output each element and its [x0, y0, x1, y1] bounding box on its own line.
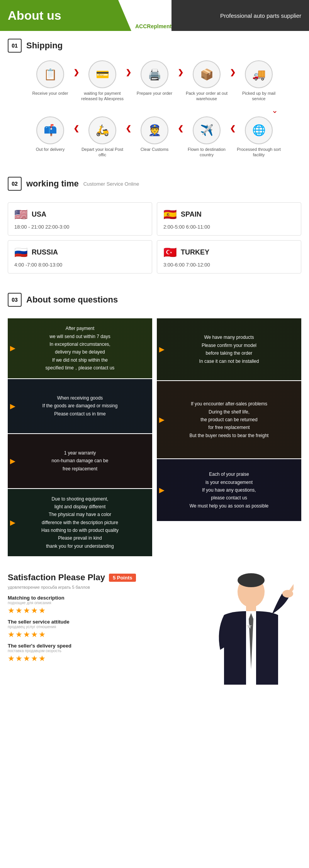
ship-label-5: Out for delivery	[36, 147, 65, 152]
rating-label-2: The seller service attitude	[8, 619, 193, 625]
ship-item-7: 👮 Clear Customs	[131, 116, 178, 152]
ship-icon-6: 🛵	[88, 116, 116, 144]
ship-label-6: Depart your local Post offic	[79, 147, 126, 158]
ship-item-4: 🚚 Picked up by mail service	[236, 60, 282, 102]
russia-time: 4:00 -7:00 8:00-13:00	[14, 262, 146, 268]
questions-header: 03 About some questions	[0, 285, 309, 311]
svg-point-1	[238, 573, 265, 587]
ship-item-3: 📦 Pack your order at out warehouse	[183, 60, 230, 102]
country-card-spain: 🇪🇸 SPAIN 2:00-5:00 6:00-11:00	[157, 202, 301, 236]
ship-label-1: waiting for payment released by Aliexpre…	[79, 91, 126, 102]
header: About us ACCReplment Professional auto p…	[0, 0, 309, 31]
ship-arrow-5: ❮	[126, 116, 131, 133]
shipping-content: 📋 Receive your order ❯ 💳 waiting for pay…	[0, 56, 309, 169]
turkey-flag: 🇹🇷	[163, 246, 177, 259]
satisfaction-right: ★	[201, 572, 301, 697]
ship-icon-0: 📋	[36, 60, 64, 88]
satisfaction-title: Satisfaction Please Play	[8, 572, 105, 583]
turkey-time: 3:00-6:00 7:00-12:00	[163, 262, 295, 268]
q-text-r2: If you encounter after-sales problemsDur…	[190, 400, 269, 439]
q-text-r1: We have many productsPlease confirm your…	[199, 333, 259, 365]
usa-name-row: 🇺🇸 USA	[14, 208, 146, 221]
rating-stars-1: ★★★★★	[8, 606, 193, 615]
svg-line-6	[290, 584, 294, 591]
spain-name: SPAIN	[181, 210, 202, 219]
ship-icon-8: ✈️	[193, 116, 221, 144]
q-block-r2: ▶ If you encounter after-sales problemsD…	[157, 381, 301, 458]
working-content: 🇺🇸 USA 18:00 - 21:00 22:00-3:00 🇪🇸 SPAIN…	[0, 195, 309, 285]
ship-icon-7: 👮	[141, 116, 168, 144]
ship-arrow-6: ❮	[178, 116, 183, 133]
working-header: 02 working time Customer Service Online	[0, 169, 309, 195]
svg-text:★: ★	[246, 622, 252, 630]
questions-grid: ▶ After paymentwe will send out within 7…	[8, 318, 301, 557]
russia-name-row: 🇷🇺 RUSSIA	[14, 246, 146, 259]
q-arrow-l2: ▶	[10, 402, 15, 410]
rating-sublabel-1: подхощие для описания	[8, 601, 193, 605]
ship-label-3: Pack your order at out warehouse	[183, 91, 230, 102]
satisfaction-title-row: Satisfaction Please Play 5 Points	[8, 572, 193, 583]
ship-icon-5: 📫	[36, 116, 64, 144]
rating-label-3: The seller's delivery speed	[8, 643, 193, 649]
header-about: About us	[0, 0, 131, 31]
questions-num: 03	[8, 293, 22, 307]
ship-label-2: Prepare your order	[137, 91, 172, 96]
q-block-r3: ▶ Each of your praiseis your encourageme…	[157, 459, 301, 521]
ship-icon-1: 💳	[88, 60, 116, 88]
ship-label-0: Receive your order	[32, 91, 68, 96]
q-arrow-r3: ▶	[159, 486, 165, 494]
q-text-l1: After paymentwe will send out within 7 d…	[46, 325, 115, 372]
spain-time: 2:00-5:00 6:00-11:00	[163, 224, 295, 230]
person-illustration: ★	[209, 572, 294, 696]
usa-time: 18:00 - 21:00 22:00-3:00	[14, 224, 146, 230]
turkey-name-row: 🇹🇷 TURKEY	[163, 246, 295, 259]
q-arrow-l3: ▶	[10, 457, 15, 465]
points-badge: 5 Points	[109, 574, 136, 582]
q-arrow-l4: ▶	[10, 518, 15, 527]
ship-icon-3: 📦	[193, 60, 221, 88]
rating-stars-2: ★★★★★	[8, 630, 193, 639]
working-subtitle: Customer Service Online	[83, 181, 139, 187]
russia-name: RUSSIA	[32, 248, 58, 256]
country-card-usa: 🇺🇸 USA 18:00 - 21:00 22:00-3:00	[8, 202, 152, 236]
ship-item-9: 🌐 Processed through sort facility	[236, 116, 282, 158]
rating-stars-3: ★★★★★	[8, 654, 193, 663]
shipping-title: Shipping	[26, 41, 63, 51]
about-title: About us	[8, 9, 61, 23]
brand-label: ACCReplment	[135, 23, 171, 29]
ship-arrow-7: ❮	[230, 116, 236, 133]
shipping-header: 01 Shipping	[0, 31, 309, 56]
row-connector-arrow: ⌄	[8, 106, 301, 115]
shipping-row-1: 📋 Receive your order ❯ 💳 waiting for pay…	[8, 60, 301, 102]
ship-icon-9: 🌐	[245, 116, 273, 144]
ship-label-9: Processed through sort facility	[236, 147, 282, 158]
questions-content: ▶ After paymentwe will send out within 7…	[0, 311, 309, 565]
q-text-r3: Each of your praiseis your encouragement…	[190, 470, 269, 510]
country-grid: 🇺🇸 USA 18:00 - 21:00 22:00-3:00 🇪🇸 SPAIN…	[8, 198, 301, 277]
rating-label-1: Matching to description	[8, 595, 193, 601]
satisfaction-sub: удовлетворение просьба играть 5 баллов	[8, 585, 193, 589]
spain-name-row: 🇪🇸 SPAIN	[163, 208, 295, 221]
usa-flag: 🇺🇸	[14, 208, 28, 221]
ship-arrow-2: ❯	[178, 60, 183, 77]
q-arrow-r2: ▶	[159, 415, 165, 424]
header-brand: ACCReplment	[131, 0, 171, 31]
spain-flag: 🇪🇸	[163, 208, 177, 221]
q-block-l3: ▶ 1 year warrantynon-human damage can be…	[8, 434, 152, 488]
satisfaction-left: Satisfaction Please Play 5 Points удовле…	[8, 572, 193, 697]
rating-sublabel-2: продавец услуг отношения	[8, 625, 193, 629]
ship-item-8: ✈️ Flown to destination country	[183, 116, 230, 158]
ship-icon-2: 🖨️	[141, 60, 168, 88]
ship-icon-4: 🚚	[245, 60, 273, 88]
usa-name: USA	[32, 210, 46, 219]
ship-item-1: 💳 waiting for payment released by Aliexp…	[79, 60, 126, 102]
q-arrow-r1: ▶	[159, 345, 165, 354]
turkey-name: TURKEY	[181, 248, 209, 256]
ship-arrow-1: ❯	[126, 60, 131, 77]
country-card-russia: 🇷🇺 RUSSIA 4:00 -7:00 8:00-13:00	[8, 240, 152, 273]
rating-item-1: Matching to description подхощие для опи…	[8, 595, 193, 615]
country-card-turkey: 🇹🇷 TURKEY 3:00-6:00 7:00-12:00	[157, 240, 301, 273]
ship-label-8: Flown to destination country	[183, 147, 230, 158]
q-block-r1: ▶ We have many productsPlease confirm yo…	[157, 318, 301, 380]
ship-item-2: 🖨️ Prepare your order	[131, 60, 178, 96]
